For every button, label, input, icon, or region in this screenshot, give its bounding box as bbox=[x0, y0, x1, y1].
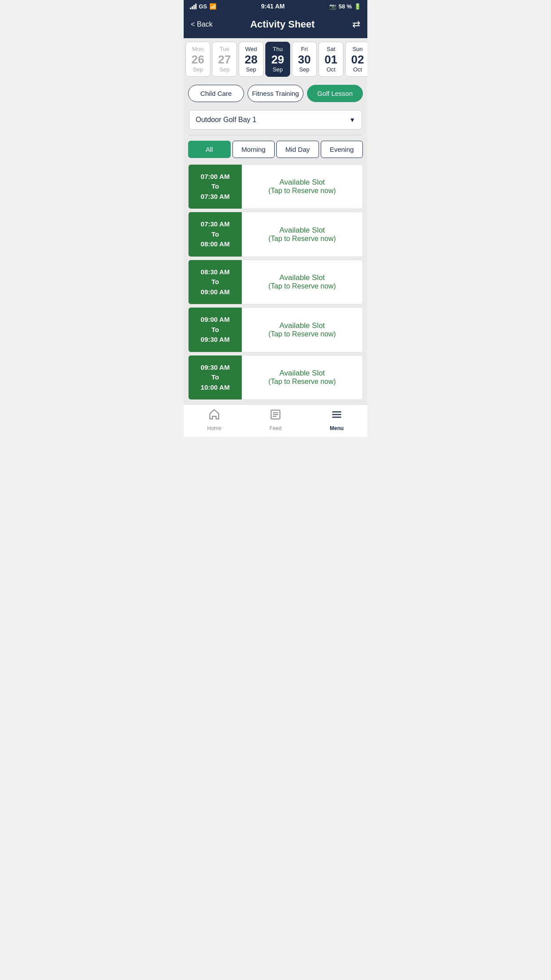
cal-dow: Sat bbox=[327, 46, 335, 52]
slot-tap-4: (Tap to Reserve now) bbox=[268, 378, 336, 386]
slot-start-0: 07:00 AM bbox=[201, 172, 229, 182]
calendar-strip: Mon 26 Sep Tue 27 Sep Wed 28 Sep Thu 29 … bbox=[184, 38, 367, 80]
venue-dropdown[interactable]: Outdoor Golf Bay 1 ▼ bbox=[189, 110, 362, 130]
category-row: Child CareFitness TrainingGolf Lesson bbox=[184, 80, 367, 108]
time-filter: AllMorningMid DayEvening bbox=[184, 135, 367, 164]
slot-content-4: Available Slot (Tap to Reserve now) bbox=[242, 356, 362, 400]
slot-available-4: Available Slot bbox=[279, 369, 325, 378]
dropdown-arrow-icon: ▼ bbox=[349, 116, 355, 123]
calendar-day-6[interactable]: Sun 02 Oct bbox=[345, 42, 367, 77]
cal-dow: Wed bbox=[245, 46, 257, 52]
slot-content-3: Available Slot (Tap to Reserve now) bbox=[242, 308, 362, 352]
cal-month: Sep bbox=[246, 66, 256, 73]
cal-date: 28 bbox=[245, 53, 258, 66]
slot-to-4: To bbox=[211, 372, 219, 383]
dropdown-row: Outdoor Golf Bay 1 ▼ bbox=[184, 108, 367, 135]
slot-content-2: Available Slot (Tap to Reserve now) bbox=[242, 260, 362, 304]
page-title: Activity Sheet bbox=[250, 19, 315, 30]
nav-icon-feed bbox=[269, 408, 282, 424]
nav-label-feed: Feed bbox=[269, 425, 281, 431]
slot-time-4: 09:30 AM To 10:00 AM bbox=[189, 356, 242, 400]
cal-month: Sep bbox=[193, 66, 203, 73]
slot-time-1: 07:30 AM To 08:00 AM bbox=[189, 212, 242, 257]
slot-start-1: 07:30 AM bbox=[201, 219, 229, 229]
cal-dow: Tue bbox=[220, 46, 229, 52]
calendar-day-5[interactable]: Sat 01 Oct bbox=[319, 42, 343, 77]
cal-month: Sep bbox=[219, 66, 229, 73]
bluetooth-icon: 📷 bbox=[329, 3, 336, 10]
slot-row-0[interactable]: 07:00 AM To 07:30 AM Available Slot (Tap… bbox=[188, 164, 363, 209]
cal-month: Sep bbox=[299, 66, 309, 73]
slot-available-0: Available Slot bbox=[279, 178, 325, 187]
slot-tap-0: (Tap to Reserve now) bbox=[268, 187, 336, 195]
slot-row-1[interactable]: 07:30 AM To 08:00 AM Available Slot (Tap… bbox=[188, 212, 363, 257]
cal-date: 27 bbox=[218, 53, 231, 66]
category-button-1[interactable]: Fitness Training bbox=[248, 85, 303, 102]
slot-tap-1: (Tap to Reserve now) bbox=[268, 235, 336, 243]
signal-icon bbox=[190, 4, 197, 9]
slot-start-2: 08:30 AM bbox=[201, 267, 229, 277]
category-button-0[interactable]: Child Care bbox=[188, 85, 244, 102]
calendar-day-0[interactable]: Mon 26 Sep bbox=[185, 42, 210, 77]
slot-available-3: Available Slot bbox=[279, 321, 325, 330]
slot-content-1: Available Slot (Tap to Reserve now) bbox=[242, 212, 362, 257]
slot-to-2: To bbox=[211, 277, 219, 287]
time-filter-button-3[interactable]: Evening bbox=[321, 141, 363, 158]
slot-time-0: 07:00 AM To 07:30 AM bbox=[189, 165, 242, 209]
calendar-day-4[interactable]: Fri 30 Sep bbox=[292, 42, 317, 77]
cal-dow: Fri bbox=[301, 46, 307, 52]
carrier-label: GS bbox=[199, 3, 207, 10]
nav-item-feed[interactable]: Feed bbox=[245, 408, 306, 431]
slot-available-1: Available Slot bbox=[279, 226, 325, 235]
slot-row-3[interactable]: 09:00 AM To 09:30 AM Available Slot (Tap… bbox=[188, 307, 363, 352]
category-button-2[interactable]: Golf Lesson bbox=[307, 85, 363, 102]
slot-end-1: 08:00 AM bbox=[201, 239, 229, 249]
slot-end-4: 10:00 AM bbox=[201, 383, 229, 393]
time-filter-button-2[interactable]: Mid Day bbox=[276, 141, 319, 158]
slot-tap-3: (Tap to Reserve now) bbox=[268, 330, 336, 338]
slots-container: 07:00 AM To 07:30 AM Available Slot (Tap… bbox=[184, 164, 367, 405]
status-right: 📷 58 % 🔋 bbox=[329, 3, 361, 10]
slot-row-2[interactable]: 08:30 AM To 09:00 AM Available Slot (Tap… bbox=[188, 260, 363, 305]
slot-available-2: Available Slot bbox=[279, 273, 325, 282]
time-filter-button-1[interactable]: Morning bbox=[232, 141, 275, 158]
time-filter-button-0[interactable]: All bbox=[188, 141, 231, 158]
nav-item-menu[interactable]: Menu bbox=[306, 408, 367, 431]
nav-label-home: Home bbox=[207, 425, 221, 431]
wifi-icon: 📶 bbox=[209, 3, 216, 10]
slot-content-0: Available Slot (Tap to Reserve now) bbox=[242, 165, 362, 209]
calendar-day-1[interactable]: Tue 27 Sep bbox=[212, 42, 237, 77]
status-time: 9:41 AM bbox=[261, 3, 284, 10]
slot-start-3: 09:00 AM bbox=[201, 315, 229, 325]
nav-icon-home bbox=[208, 408, 220, 424]
cal-month: Oct bbox=[327, 66, 335, 73]
nav-label-menu: Menu bbox=[330, 425, 343, 431]
cal-dow: Mon bbox=[192, 46, 203, 52]
slot-end-0: 07:30 AM bbox=[201, 192, 229, 202]
battery-label: 58 % bbox=[338, 3, 352, 10]
swap-icon[interactable]: ⇄ bbox=[352, 19, 360, 30]
slot-tap-2: (Tap to Reserve now) bbox=[268, 282, 336, 290]
cal-dow: Thu bbox=[273, 46, 283, 52]
header: < Back Activity Sheet ⇄ bbox=[184, 12, 367, 38]
cal-month: Oct bbox=[353, 66, 362, 73]
back-button[interactable]: < Back bbox=[191, 20, 213, 28]
nav-item-home[interactable]: Home bbox=[184, 408, 245, 431]
cal-date: 29 bbox=[272, 53, 284, 66]
battery-icon: 🔋 bbox=[354, 3, 361, 10]
dropdown-value: Outdoor Golf Bay 1 bbox=[196, 116, 256, 124]
slot-row-4[interactable]: 09:30 AM To 10:00 AM Available Slot (Tap… bbox=[188, 355, 363, 400]
status-bar: GS 📶 9:41 AM 📷 58 % 🔋 bbox=[184, 0, 367, 12]
slot-time-3: 09:00 AM To 09:30 AM bbox=[189, 308, 242, 352]
calendar-day-3[interactable]: Thu 29 Sep bbox=[265, 42, 290, 77]
cal-date: 01 bbox=[325, 53, 338, 66]
slot-to-3: To bbox=[211, 325, 219, 335]
slot-to-1: To bbox=[211, 229, 219, 240]
cal-month: Sep bbox=[272, 66, 283, 73]
cal-date: 30 bbox=[298, 53, 311, 66]
nav-icon-menu bbox=[331, 408, 343, 424]
slot-end-2: 09:00 AM bbox=[201, 287, 229, 297]
status-left: GS 📶 bbox=[190, 3, 216, 10]
calendar-day-2[interactable]: Wed 28 Sep bbox=[239, 42, 264, 77]
slot-to-0: To bbox=[211, 182, 219, 192]
